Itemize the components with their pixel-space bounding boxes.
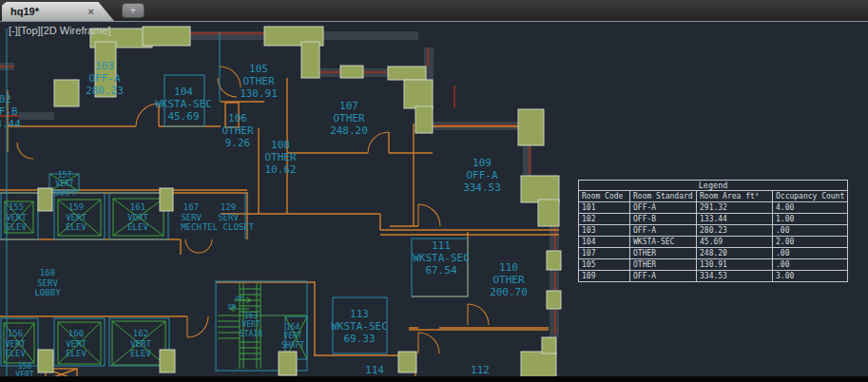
drawing-tab-label: hq19* xyxy=(10,6,39,17)
plan-label-102: 102 OFF-B 133.44 xyxy=(0,94,21,131)
legend-cell: 104 xyxy=(579,237,630,248)
plan-label-160: 160 VERT ELEV xyxy=(66,329,87,359)
plan-label-111: 111 WKSTA-SEC 67.54 xyxy=(413,240,470,277)
legend-cell: 109 xyxy=(579,271,630,282)
legend-row: 104WKSTA-SEC45.692.00 xyxy=(579,237,848,248)
legend-cell: 334.53 xyxy=(697,271,773,282)
plan-label-168: 168 SERV LOBBY xyxy=(34,268,60,298)
legend-row: 105OTHER130.91.00 xyxy=(579,259,848,271)
legend-cell: OTHER xyxy=(630,259,697,271)
plan-label-157: 157 VERT SHAFT xyxy=(53,171,76,198)
plan-label-161: 161 VERT ELEV xyxy=(127,202,148,233)
new-tab-button[interactable]: + xyxy=(122,3,145,18)
plan-label-163: 163 VERT STAIR xyxy=(240,312,262,338)
plan-label-129: 129 SERV TEL CLOSET xyxy=(203,202,254,233)
legend-header-cell: Room Standard xyxy=(630,191,697,202)
legend-cell: OFF-B xyxy=(630,214,697,225)
plan-label-159: 159 VERT ELEV xyxy=(66,202,87,233)
legend-cell: OFF-A xyxy=(630,202,697,214)
legend-row: 101OFF-A291.324.00 xyxy=(579,202,848,214)
legend-cell: 101 xyxy=(579,202,630,214)
legend-cell: 102 xyxy=(579,214,630,225)
plan-label-113: 113 WKSTA-SEC 69.33 xyxy=(331,309,388,346)
drawing-canvas[interactable]: [-][Top][2D Wireframe] 103 OFF-A 280.231… xyxy=(0,21,868,382)
viewport-controls[interactable]: [-][Top][2D Wireframe] xyxy=(9,25,111,36)
legend-header-cell: Room Code xyxy=(579,191,630,202)
legend-cell: 107 xyxy=(579,248,630,259)
plan-label-167: 167 SERV MECH xyxy=(181,202,202,233)
legend-table[interactable]: Legend Room CodeRoom StandardRoom Area f… xyxy=(578,180,848,282)
legend-cell: WKSTA-SEC xyxy=(630,237,697,248)
plan-label-105: 105 OTHER 130.91 xyxy=(240,64,278,101)
plan-label-dn: DN xyxy=(228,303,236,311)
file-tab-bar: hq19* × + xyxy=(0,0,868,21)
legend-cell: 105 xyxy=(579,259,630,271)
legend-cell: 280.23 xyxy=(697,225,773,237)
legend-cell: OFF-A xyxy=(630,271,697,282)
legend-cell: .00 xyxy=(773,248,848,259)
legend-cell: 1.00 xyxy=(773,214,848,225)
legend-cell: .00 xyxy=(773,259,848,271)
close-icon[interactable]: × xyxy=(88,7,94,17)
legend-row: 102OFF-B133.441.00 xyxy=(579,214,848,225)
plus-icon: + xyxy=(129,4,136,17)
plan-label-155: 155 VERT ELEV xyxy=(6,202,27,233)
plan-label-up: UP xyxy=(236,295,243,302)
legend-cell: 248.20 xyxy=(697,248,773,259)
legend-header-row: Room CodeRoom StandardRoom Area ft²Occup… xyxy=(579,191,848,202)
plan-label-110: 110 OTHER 200.70 xyxy=(490,262,528,299)
autocad-window: hq19* × + xyxy=(0,0,868,382)
legend-row: 107OTHER248.20.00 xyxy=(579,248,848,259)
plan-label-164: 164 VERT SHAFT xyxy=(281,323,304,350)
legend-cell: 103 xyxy=(579,225,630,237)
legend-title: Legend xyxy=(579,181,848,191)
legend-cell: 3.00 xyxy=(773,271,848,282)
plan-label-104: 104 WKSTA-SEC 45.69 xyxy=(155,86,212,124)
legend-cell: 45.69 xyxy=(697,237,773,248)
plan-label-106: 106 OTHER 9.26 xyxy=(222,113,253,150)
model-space: [-][Top][2D Wireframe] 103 OFF-A 280.231… xyxy=(0,21,868,382)
legend-cell: 4.00 xyxy=(773,202,848,214)
legend-header-cell: Occupancy Count xyxy=(773,191,848,202)
legend-cell: 133.44 xyxy=(697,214,773,225)
legend-cell: 2.00 xyxy=(773,237,848,248)
legend-header-cell: Room Area ft² xyxy=(697,191,773,202)
legend-row: 109OFF-A334.533.00 xyxy=(579,271,848,282)
plan-label-156: 156 VERT ELEV xyxy=(5,329,26,359)
legend-row: 103OFF-A280.23.00 xyxy=(579,225,848,237)
legend-cell: OFF-A xyxy=(630,225,697,237)
drawing-tab-hq19[interactable]: hq19* × xyxy=(2,2,114,21)
legend-cell: OTHER xyxy=(630,248,697,259)
plan-label-108: 108 OTHER 10.62 xyxy=(264,140,296,177)
canvas-bottom-edge xyxy=(0,376,868,382)
plan-label-162: 162 VERT ELEV xyxy=(130,329,151,359)
plan-label-109: 109 OFF-A 334.53 xyxy=(463,158,501,195)
legend-cell: 291.32 xyxy=(697,202,773,214)
legend-cell: 130.91 xyxy=(697,259,773,271)
plan-label-103: 103 OFF-A 280.23 xyxy=(86,61,124,98)
plan-label-107: 107 OTHER 248.20 xyxy=(330,101,368,138)
legend-cell: .00 xyxy=(773,225,848,237)
